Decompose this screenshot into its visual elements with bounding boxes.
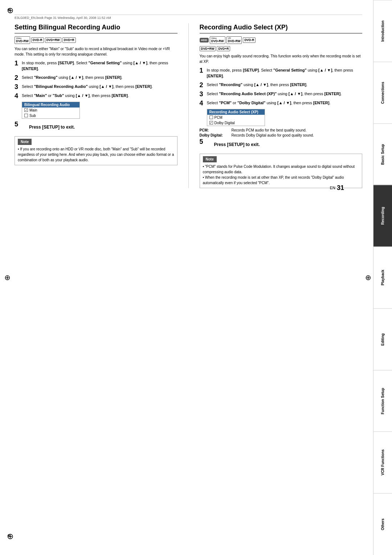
- badge-label-dvdr-right: DVD-R: [244, 38, 254, 42]
- right-sidebar: Introduction Connections Basic Setup Rec…: [373, 0, 392, 555]
- badge-dvdplusr-right: DVD+R: [217, 46, 230, 51]
- badge-dvdrw-vr-right: VR DVD-RW: [226, 36, 242, 44]
- badge-label-dvdrw-vr-right: DVD-RW: [228, 39, 241, 43]
- step-num-3: 3: [15, 84, 20, 90]
- right-step-3: 3 Select "Recording Audio Select (XP)" u…: [200, 91, 363, 97]
- left-menu-item-sub: Sub: [22, 113, 79, 118]
- badge-hdd: HDD: [200, 38, 209, 42]
- left-note-box: Note • If you are recording onto an HDD …: [15, 136, 177, 165]
- right-step-4: 4 Select "PCM" or "Dolby Digital" using …: [200, 100, 363, 106]
- right-menu-item-dolby: Dolby Digital: [207, 120, 265, 126]
- left-step-4: 4 Select "Main" or "Sub" using [▲ / ▼], …: [15, 93, 177, 99]
- two-column-layout: Setting Bilingual Recording Audio Video …: [15, 23, 362, 188]
- right-note-box: Note • "PCM" stands for Pulse Code Modul…: [200, 154, 363, 188]
- right-step-text-2: Select "Recording" using [▲ / ▼], then p…: [207, 82, 363, 88]
- left-section-title: Setting Bilingual Recording Audio: [15, 23, 177, 33]
- dolby-row: Dolby Digital: Records Dolby Digital aud…: [200, 133, 363, 137]
- step-num-4: 4: [15, 93, 20, 99]
- step-text-2: Select "Recording" using [▲ / ▼], then p…: [22, 74, 177, 81]
- menu-item-dolby-label: Dolby Digital: [215, 121, 235, 125]
- left-menu-item-main: Main: [22, 108, 79, 113]
- page-number-box: EN 31: [330, 184, 344, 192]
- left-step-5: 5 Press [SETUP] to exit.: [15, 121, 177, 133]
- page-footer: EN 31: [330, 184, 344, 192]
- pcm-value: Records PCM audio for the best quality s…: [232, 128, 363, 132]
- page: ⊕ ⊕ ⊕ ⊕ ⊕ ⊕ Introduction Connections Bas…: [0, 0, 392, 555]
- badge-dvd-plus-rw: DVD+RW: [45, 37, 61, 42]
- right-step-2: 2 Select "Recording" using [▲ / ▼], then…: [200, 82, 363, 88]
- checkbox-main: [24, 108, 28, 112]
- left-note-label: Note: [18, 139, 32, 145]
- menu-item-pcm-label: PCM: [215, 116, 222, 119]
- sidebar-item-basic-setup[interactable]: Basic Setup: [373, 123, 392, 185]
- left-intro: You can select either "Main" or "Sub" au…: [15, 46, 177, 57]
- step-num-2: 2: [15, 74, 20, 81]
- step-num-1: 1: [15, 60, 20, 66]
- badge-dvd-plus-r: DVD+R: [62, 37, 76, 42]
- badge-dvdrw-video-right: Video DVD-RW: [210, 36, 225, 44]
- checkbox-sub: [24, 114, 28, 117]
- sidebar-item-recording[interactable]: Recording: [373, 185, 392, 247]
- corner-crosshair-bl: ⊕: [7, 533, 18, 544]
- mid-right-cross: ⊕: [365, 273, 371, 282]
- corner-bl: ⊕: [7, 533, 22, 548]
- right-step-num-5: 5: [200, 138, 205, 145]
- step-text-1: In stop mode, press [SETUP]. Select "Gen…: [22, 60, 177, 72]
- right-step-num-2: 2: [200, 82, 205, 88]
- right-step-text-4: Select "PCM" or "Dolby Digital" using [▲…: [207, 100, 363, 106]
- sidebar-item-others[interactable]: Others: [373, 493, 392, 555]
- header-bar: E3LG0ED_EN.book Page 31 Wednesday, April…: [15, 15, 362, 20]
- dolby-value: Records Dolby Digital audio for good qua…: [232, 133, 363, 137]
- right-step-text-3: Select "Recording Audio Select (XP)" usi…: [207, 91, 363, 97]
- sidebar-item-function-setup[interactable]: Function Setup: [373, 370, 392, 432]
- right-note-label: Note: [203, 156, 217, 162]
- pcm-label: PCM:: [200, 128, 229, 132]
- left-step-3: 3 Select "Bilingual Recording Audio" usi…: [15, 84, 177, 90]
- left-badge-group: Video DVD-RW DVD-R DVD+RW DVD+R: [15, 36, 177, 44]
- badge-dvd-rw-video: Video DVD-RW: [15, 36, 30, 44]
- checkbox-pcm: [209, 116, 213, 119]
- left-step-1: 1 In stop mode, press [SETUP]. Select "G…: [15, 60, 177, 72]
- step-text-3: Select "Bilingual Recording Audio" using…: [22, 84, 177, 90]
- badge-label-dvdr: DVD-R: [33, 38, 42, 42]
- badge-label-dvdplusrw: DVD+RW: [46, 38, 60, 42]
- step-text-4: Select "Main" or "Sub" using [▲ / ▼], th…: [22, 93, 177, 99]
- pcm-row: PCM: Records PCM audio for the best qual…: [200, 128, 363, 132]
- badge-dvd-r: DVD-R: [31, 37, 44, 42]
- main-content: E3LG0ED_EN.book Page 31 Wednesday, April…: [0, 0, 373, 203]
- left-note-text: • If you are recording onto an HDD or VR…: [18, 146, 174, 163]
- mid-left-cross: ⊕: [4, 273, 11, 282]
- badge-label-dvdrw-right: DVD-RW: [211, 39, 224, 43]
- sidebar-item-playback[interactable]: Playback: [373, 247, 392, 308]
- left-column: Setting Bilingual Recording Audio Video …: [15, 23, 189, 188]
- left-menu-box: Bilingual Recording Audio Main Sub: [22, 102, 80, 119]
- right-badge-group-1: HDD Video DVD-RW VR DVD-RW DVD-R: [200, 36, 363, 44]
- badge-label-dvdplusrw-right: DVD+RW: [201, 47, 215, 50]
- menu-item-main-label: Main: [29, 108, 37, 112]
- right-badge-group-2: DVD+RW DVD+R: [200, 46, 363, 51]
- right-column: Recording Audio Select (XP) HDD Video DV…: [200, 23, 363, 188]
- right-note-text-1: • "PCM" stands for Pulse Code Modulation…: [203, 164, 359, 175]
- en-label: EN: [330, 186, 335, 190]
- badge-label-dvdrw: DVD-RW: [16, 39, 29, 43]
- badge-label-dvdplusr-right: DVD+R: [218, 47, 229, 50]
- dolby-label: Dolby Digital:: [200, 133, 229, 137]
- page-number: 31: [337, 184, 344, 192]
- sidebar-item-connections[interactable]: Connections: [373, 62, 392, 123]
- right-step-num-1: 1: [200, 67, 205, 74]
- left-menu-box-title: Bilingual Recording Audio: [22, 102, 79, 108]
- badge-dvdr-right: DVD-R: [243, 37, 256, 42]
- right-step-text-5: Press [SETUP] to exit.: [214, 141, 363, 148]
- sidebar-item-vcr-functions[interactable]: VCR Functions: [373, 432, 392, 493]
- right-menu-item-pcm: PCM: [207, 115, 265, 120]
- right-step-5: 5 Press [SETUP] to exit.: [200, 138, 363, 151]
- menu-item-sub-label: Sub: [29, 114, 36, 118]
- right-section-title: Recording Audio Select (XP): [200, 23, 363, 33]
- right-intro: You can enjoy high quality sound recordi…: [200, 53, 363, 64]
- right-menu-box: Recording Audio Select (XP) PCM Dolby Di…: [207, 109, 265, 126]
- sidebar-item-editing[interactable]: Editing: [373, 308, 392, 370]
- sidebar-item-introduction[interactable]: Introduction: [373, 0, 392, 62]
- checkbox-dolby: [209, 121, 213, 125]
- pcm-dolby-table: PCM: Records PCM audio for the best qual…: [200, 128, 363, 137]
- right-step-1: 1 In stop mode, press [SETUP]. Select "G…: [200, 67, 363, 79]
